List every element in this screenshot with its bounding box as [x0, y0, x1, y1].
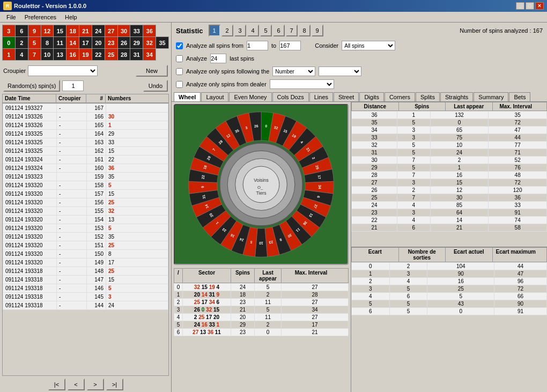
grid-cell-30[interactable]: 30: [117, 25, 130, 37]
grid-cell-3[interactable]: 3: [3, 25, 16, 37]
grid-cell-5[interactable]: 5: [28, 37, 41, 49]
grid-cell-20[interactable]: 20: [92, 37, 105, 49]
main-tab-Summary[interactable]: Summary: [474, 92, 508, 101]
main-tab-Digits[interactable]: Digits: [359, 92, 384, 101]
main-tab-ColsDozs[interactable]: Cols Dozs: [272, 92, 309, 101]
main-tab-Wheel[interactable]: Wheel: [174, 92, 201, 101]
grid-cell-8[interactable]: 8: [41, 37, 54, 49]
stat-tab-3[interactable]: 3: [234, 25, 246, 36]
menu-preferences[interactable]: Preferences: [20, 13, 61, 21]
following-type-select[interactable]: Number: [272, 66, 315, 76]
ecart-cell: 104: [427, 263, 494, 270]
new-button[interactable]: New: [136, 65, 168, 77]
table-scroll[interactable]: 091124 193327-167091124 193326-166300911…: [3, 103, 168, 375]
grid-cell-12[interactable]: 12: [41, 25, 54, 37]
main-tab-Street[interactable]: Street: [334, 92, 359, 101]
from-input[interactable]: [247, 41, 268, 50]
croupier-select[interactable]: [28, 65, 98, 76]
grid-cell-29[interactable]: 29: [130, 37, 143, 49]
analyze-dealer-checkbox[interactable]: [176, 81, 183, 88]
ecart-cell: 1: [352, 270, 390, 278]
grid-cell-10[interactable]: 10: [41, 49, 54, 61]
grid-cell-27[interactable]: 27: [105, 25, 117, 37]
grid-cell-23[interactable]: 23: [105, 37, 117, 49]
grid-cell-6[interactable]: 6: [15, 25, 28, 37]
menu-help[interactable]: Help: [61, 13, 82, 21]
analyze-last-checkbox[interactable]: [176, 55, 183, 62]
stat-tab-7[interactable]: 7: [286, 25, 298, 36]
stat-tab-8[interactable]: 8: [299, 25, 311, 36]
dealer-select[interactable]: [270, 79, 334, 89]
table-cell: 25: [106, 241, 168, 250]
grid-cell-19[interactable]: 19: [79, 49, 92, 61]
stat-tab-6[interactable]: 6: [273, 25, 285, 36]
grid-cell-25[interactable]: 25: [105, 49, 117, 61]
dist-cell: 5: [397, 119, 431, 127]
table-cell: 156: [87, 198, 106, 207]
grid-cell-26[interactable]: 26: [117, 37, 130, 49]
ecart-table-scroll[interactable]: 0210444139047241696352572465665543906509…: [351, 262, 547, 392]
grid-cell-7[interactable]: 7: [28, 49, 41, 61]
grid-cell-0[interactable]: 0: [3, 37, 16, 49]
main-tab-Splits[interactable]: Splits: [416, 92, 440, 101]
main-tab-Lines[interactable]: Lines: [309, 92, 333, 101]
sector-col-last: Last appear: [255, 269, 282, 283]
main-tab-Bets[interactable]: Bets: [509, 92, 530, 101]
analyze-count-input[interactable]: [210, 54, 226, 63]
analyze-following-checkbox[interactable]: [176, 68, 183, 75]
stat-tab-1[interactable]: 1: [209, 25, 220, 36]
grid-cell-14[interactable]: 14: [66, 37, 79, 49]
following-value-select[interactable]: [319, 66, 361, 76]
table-row: 091124 193318-1453: [3, 293, 168, 301]
grid-cell-15[interactable]: 15: [54, 25, 66, 37]
close-button[interactable]: ✕: [535, 2, 544, 10]
stat-tab-9[interactable]: 9: [312, 25, 323, 36]
last-page-button[interactable]: >|: [106, 379, 123, 390]
minimize-button[interactable]: _: [516, 2, 524, 10]
undo-button[interactable]: Undo: [143, 80, 168, 92]
menu-file[interactable]: File: [2, 13, 20, 21]
spin-count-input[interactable]: 1: [62, 80, 84, 91]
grid-cell-32[interactable]: 32: [143, 37, 156, 49]
grid-cell-4[interactable]: 4: [15, 49, 28, 61]
stat-tab-4[interactable]: 4: [247, 25, 259, 36]
consider-select[interactable]: All spins: [342, 41, 395, 50]
grid-cell-16[interactable]: 16: [66, 49, 79, 61]
stat-tab-5[interactable]: 5: [260, 25, 272, 36]
table-cell: -: [57, 258, 87, 267]
grid-cell-1[interactable]: 1: [3, 49, 16, 61]
grid-cell-35[interactable]: 35: [156, 37, 169, 49]
sector-table-scroll[interactable]: 032 15 19 424527120 14 31 918228225 17 3…: [174, 283, 349, 391]
first-page-button[interactable]: |<: [48, 379, 65, 390]
prev-page-button[interactable]: <: [68, 379, 85, 390]
grid-cell-9[interactable]: 9: [28, 25, 41, 37]
grid-cell-34[interactable]: 34: [143, 49, 156, 61]
main-tab-Corners[interactable]: Corners: [385, 92, 415, 101]
maximize-button[interactable]: □: [526, 2, 534, 10]
wheel-number-26: 26: [254, 124, 258, 128]
stat-tab-2[interactable]: 2: [221, 25, 233, 36]
next-page-button[interactable]: >: [87, 379, 104, 390]
grid-cell-11[interactable]: 11: [54, 37, 66, 49]
dist-cell: 32: [352, 142, 397, 149]
grid-cell-13[interactable]: 13: [54, 49, 66, 61]
main-tab-Layout[interactable]: Layout: [201, 92, 228, 101]
grid-cell-21[interactable]: 21: [79, 25, 92, 37]
analyze-all-checkbox[interactable]: [176, 42, 183, 49]
main-tab-EvenMoney[interactable]: Even Money: [229, 92, 271, 101]
grid-cell-31[interactable]: 31: [130, 49, 143, 61]
table-row: 091124 193320-15235: [3, 233, 168, 241]
random-spins-button[interactable]: Random(s) spin(s): [3, 80, 60, 92]
grid-cell-28[interactable]: 28: [117, 49, 130, 61]
grid-cell-33[interactable]: 33: [130, 25, 143, 37]
distance-table-scroll[interactable]: 3611323535507234365473337544325107731524…: [351, 111, 547, 247]
grid-cell-24[interactable]: 24: [92, 25, 105, 37]
grid-cell-22[interactable]: 22: [92, 49, 105, 61]
to-input[interactable]: [279, 41, 301, 50]
window-controls[interactable]: _ □ ✕: [516, 2, 544, 10]
main-tab-Straights[interactable]: Straights: [440, 92, 473, 101]
grid-cell-17[interactable]: 17: [79, 37, 92, 49]
grid-cell-18[interactable]: 18: [66, 25, 79, 37]
grid-cell-2[interactable]: 2: [15, 37, 28, 49]
grid-cell-36[interactable]: 36: [143, 25, 156, 37]
